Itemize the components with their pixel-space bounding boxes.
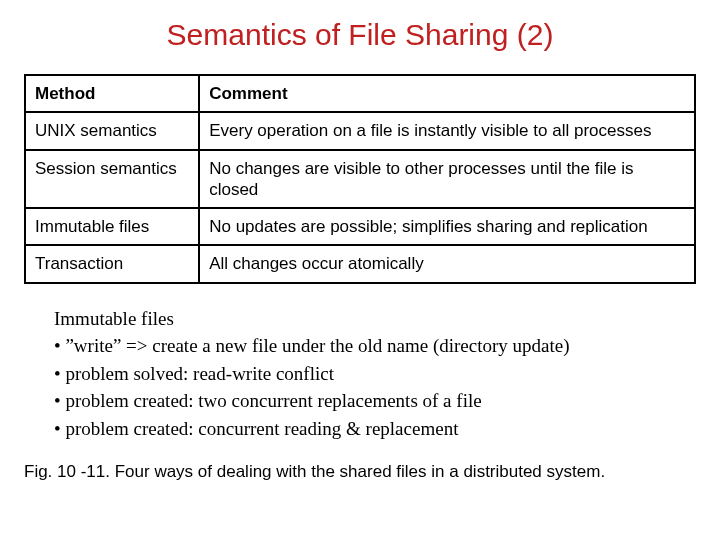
cell-method: Session semantics [25, 150, 199, 209]
slide: Semantics of File Sharing (2) Method Com… [0, 0, 720, 540]
semantics-table: Method Comment UNIX semantics Every oper… [24, 74, 696, 284]
notes-bullet: • problem created: concurrent reading & … [54, 416, 696, 442]
cell-method: UNIX semantics [25, 112, 199, 149]
table-row: Transaction All changes occur atomically [25, 245, 695, 282]
cell-comment: No changes are visible to other processe… [199, 150, 695, 209]
table-row: Session semantics No changes are visible… [25, 150, 695, 209]
notes-heading: Immutable files [54, 306, 696, 332]
notes-block: Immutable files • ”write” => create a ne… [54, 306, 696, 442]
table-row: Immutable files No updates are possible;… [25, 208, 695, 245]
notes-bullet: • problem created: two concurrent replac… [54, 388, 696, 414]
cell-comment: All changes occur atomically [199, 245, 695, 282]
notes-bullet-text: problem created: concurrent reading & re… [65, 418, 458, 439]
cell-method: Immutable files [25, 208, 199, 245]
figure-caption: Fig. 10 -11. Four ways of dealing with t… [24, 462, 696, 482]
notes-bullet-text: ”write” => create a new file under the o… [65, 335, 569, 356]
table-header-row: Method Comment [25, 75, 695, 112]
page-title: Semantics of File Sharing (2) [24, 18, 696, 52]
cell-method: Transaction [25, 245, 199, 282]
notes-bullet-text: problem created: two concurrent replacem… [65, 390, 481, 411]
notes-bullet: • problem solved: read-write conflict [54, 361, 696, 387]
cell-comment: No updates are possible; simplifies shar… [199, 208, 695, 245]
notes-bullet: • ”write” => create a new file under the… [54, 333, 696, 359]
col-header-comment: Comment [199, 75, 695, 112]
notes-bullet-text: problem solved: read-write conflict [65, 363, 334, 384]
col-header-method: Method [25, 75, 199, 112]
cell-comment: Every operation on a file is instantly v… [199, 112, 695, 149]
table-row: UNIX semantics Every operation on a file… [25, 112, 695, 149]
